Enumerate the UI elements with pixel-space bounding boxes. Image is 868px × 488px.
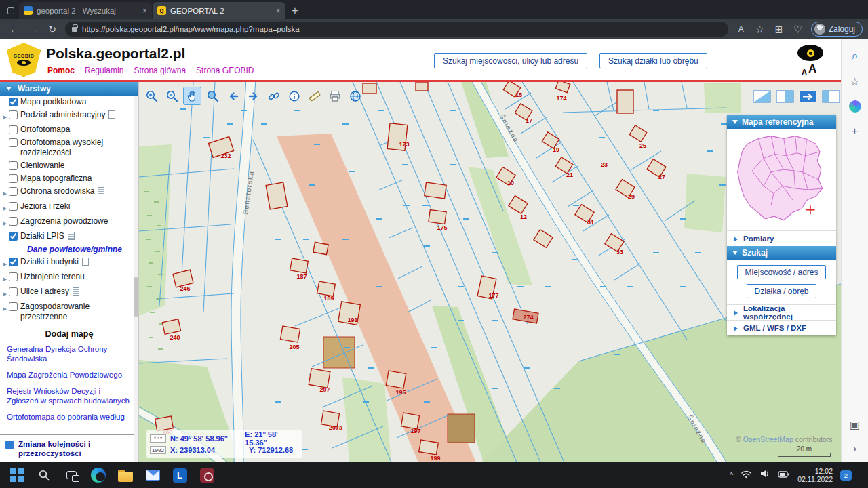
sidebar-link[interactable]: Ortofotomapa do pobrania według xyxy=(0,410,138,424)
layer-checkbox[interactable] xyxy=(9,138,18,147)
taskbar-clock[interactable]: 12:02 02.11.2022 xyxy=(797,467,833,484)
expand-arrow-icon[interactable]: ▶ xyxy=(1,186,9,199)
layer-checkbox[interactable] xyxy=(9,287,18,296)
dms-tag[interactable]: ° ' " xyxy=(150,434,166,443)
pomiary-row[interactable]: Pomiary xyxy=(727,230,836,246)
edge-taskbar-button[interactable] xyxy=(87,464,110,486)
layer-label[interactable]: Działki i budynki xyxy=(20,257,79,267)
site-info-icon[interactable] xyxy=(72,27,77,32)
layer-label[interactable]: Ortofotomapa xyxy=(20,125,70,135)
sidebar-link[interactable]: Generalna Dyrekcja Ochrony Środowiska xyxy=(0,342,138,365)
gml-wfs-dxf-row[interactable]: GML / WFS / DXF xyxy=(727,320,836,336)
layer-label[interactable]: Zagospodarowanie przestrzenne xyxy=(20,302,121,322)
lokalizacja-row[interactable]: Lokalizacja współrzędnej xyxy=(727,304,836,320)
copilot-icon[interactable] xyxy=(849,100,861,113)
expand-arrow-icon[interactable]: ▶ xyxy=(1,287,9,299)
address-bar[interactable]: https://polska.geoportal2.pl/map/www/map… xyxy=(65,22,728,37)
toggle-right-panel[interactable] xyxy=(776,90,794,103)
browser-tab[interactable]: gGEOPORTAL 2× xyxy=(153,2,285,19)
layer-label[interactable]: Cieniowanie xyxy=(20,161,64,171)
sidebar-link[interactable]: Rejestr Wniosków Decyzji i Zgłoszeń w sp… xyxy=(0,384,138,407)
sidebar-image-icon[interactable]: ▣ xyxy=(848,418,862,431)
taskbar-search-button[interactable] xyxy=(33,464,56,486)
volume-icon[interactable] xyxy=(760,469,770,481)
refresh-button[interactable]: ↻ xyxy=(43,21,61,37)
read-aloud-icon[interactable]: A xyxy=(732,21,750,37)
layer-checkbox[interactable] xyxy=(9,110,18,119)
layer-label[interactable]: Uzbrojenie terenu xyxy=(20,272,85,282)
layer-checkbox[interactable] xyxy=(9,187,18,196)
layer-label[interactable]: Ulice i adresy xyxy=(20,287,69,297)
scrollbar-thumb[interactable] xyxy=(134,277,138,317)
link-strona-glowna[interactable]: Strona główna xyxy=(134,66,186,75)
hidden-icons-chevron[interactable]: ^ xyxy=(730,471,733,479)
reorder-row[interactable]: Zmiana kolejności i przezroczystości xyxy=(0,434,138,462)
expand-arrow-icon[interactable]: ▶ xyxy=(1,216,9,228)
toggle-overview-panel[interactable] xyxy=(753,90,771,103)
miejscowosc-adres-button[interactable]: Miejscowość / adres xyxy=(737,265,825,279)
openstreetmap-link[interactable]: OpenStreetMap xyxy=(743,435,793,443)
mail-button[interactable] xyxy=(141,464,164,486)
reference-map-header[interactable]: Mapa referencyjna xyxy=(727,115,836,129)
back-button[interactable]: ← xyxy=(5,21,23,37)
crs-tag[interactable]: 1992 xyxy=(150,446,166,454)
reference-map-thumbnail[interactable] xyxy=(727,129,836,230)
tab-close-icon[interactable]: × xyxy=(142,5,147,16)
sidebar-add-icon[interactable]: + xyxy=(848,125,862,138)
wifi-icon[interactable] xyxy=(741,469,752,482)
layer-checkbox[interactable] xyxy=(9,272,18,281)
print-tool[interactable] xyxy=(326,87,344,105)
layer-checkbox[interactable] xyxy=(9,217,18,226)
layer-checkbox[interactable] xyxy=(9,161,18,170)
layer-checkbox[interactable] xyxy=(9,202,18,211)
toggle-left-panel[interactable] xyxy=(822,90,840,103)
search-parcel-button[interactable]: Szukaj działki lub obrębu xyxy=(599,53,707,68)
link-pomoc[interactable]: Pomoc xyxy=(47,66,75,75)
layer-doc-icon[interactable] xyxy=(73,287,79,296)
view-forward-tool[interactable] xyxy=(244,87,262,105)
collections-icon[interactable]: ⊞ xyxy=(770,21,788,37)
link-strona-geobid[interactable]: Strona GEOBID xyxy=(196,66,254,75)
font-size-control[interactable]: A A xyxy=(802,62,816,76)
layer-label[interactable]: Mapa podkładowa xyxy=(20,97,86,107)
favorites-icon[interactable]: ☆ xyxy=(751,21,769,37)
link-regulamin[interactable]: Regulamin xyxy=(85,66,123,75)
layer-doc-icon[interactable] xyxy=(108,110,115,119)
notification-badge[interactable]: 2 xyxy=(840,470,852,481)
font-large-label[interactable]: A xyxy=(808,62,816,76)
link-tool[interactable] xyxy=(264,87,283,105)
layers-panel-header[interactable]: Warstwy xyxy=(0,82,138,96)
zoom-out-tool[interactable] xyxy=(163,87,181,105)
sidebar-favorite-icon[interactable]: ☆ xyxy=(848,75,862,88)
app-m-button[interactable] xyxy=(195,464,218,486)
layer-label[interactable]: Podział administracyjny xyxy=(20,110,105,120)
browser-essentials-icon[interactable]: ♡ xyxy=(789,21,807,37)
sidebar-search-icon[interactable]: ⌕ xyxy=(848,49,862,62)
forward-button[interactable]: → xyxy=(24,21,42,37)
open-panel-arrow[interactable] xyxy=(799,90,817,103)
layer-label[interactable]: Ochrona środowiska xyxy=(20,186,94,197)
zoom-in-tool[interactable] xyxy=(142,87,161,105)
layer-checkbox[interactable] xyxy=(9,258,18,266)
layer-doc-icon[interactable] xyxy=(98,187,104,195)
browser-tab[interactable]: geoportal 2 - Wyszukaj× xyxy=(19,2,152,19)
layer-checkbox[interactable] xyxy=(9,125,18,134)
tab-actions-button[interactable] xyxy=(3,3,19,19)
pan-tool[interactable] xyxy=(183,87,201,105)
view-back-tool[interactable] xyxy=(224,87,242,105)
sidebar-link[interactable]: Mapa Zagrożenia Powodziowego xyxy=(0,368,138,382)
expand-arrow-icon[interactable]: ▶ xyxy=(1,302,9,314)
szukaj-header[interactable]: Szukaj xyxy=(727,246,836,260)
layer-label[interactable]: Mapa topograficzna xyxy=(20,174,92,184)
layer-label[interactable]: Działki LPIS xyxy=(20,231,64,241)
search-address-button[interactable]: Szukaj miejscowości, ulicy lub adresu xyxy=(434,53,587,68)
app-l-button[interactable]: L xyxy=(168,464,191,486)
start-button[interactable] xyxy=(5,464,28,486)
task-view-button[interactable] xyxy=(60,464,83,486)
layer-checkbox[interactable] xyxy=(9,302,18,311)
zoom-extent-tool[interactable] xyxy=(203,87,222,105)
url-text[interactable]: https://polska.geoportal2.pl/map/www/map… xyxy=(82,25,300,33)
layer-label[interactable]: Jeziora i rzeki xyxy=(20,201,70,211)
show-desktop-button[interactable] xyxy=(861,467,863,483)
expand-arrow-icon[interactable]: ▶ xyxy=(1,272,9,284)
